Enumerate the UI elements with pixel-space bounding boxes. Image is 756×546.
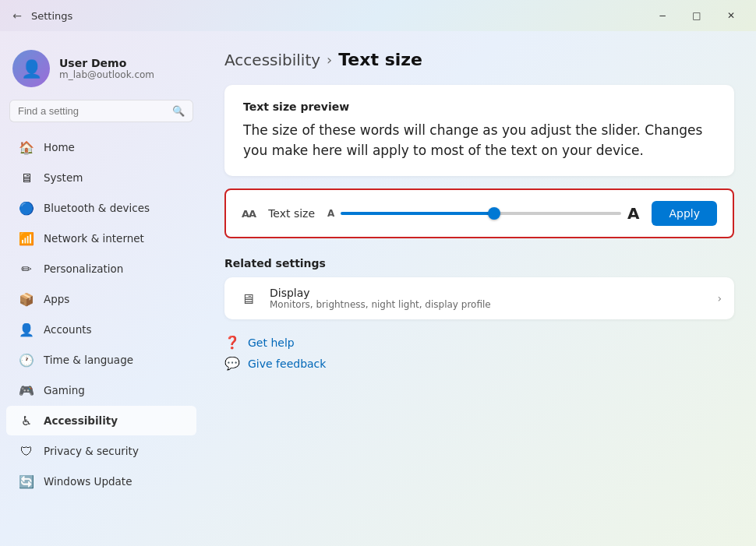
close-button[interactable]: ✕ xyxy=(715,3,747,28)
bluetooth-icon: 🔵 xyxy=(19,200,34,216)
sidebar-item-accessibility[interactable]: ♿ Accessibility xyxy=(6,406,196,435)
sidebar-item-accounts[interactable]: 👤 Accounts xyxy=(6,315,196,344)
sidebar-item-label: Accounts xyxy=(44,323,92,336)
sidebar-item-personalization[interactable]: ✏️ Personalization xyxy=(6,254,196,284)
personalization-icon: ✏️ xyxy=(19,261,34,277)
app-body: 👤 User Demo m_lab@outlook.com 🔍 🏠 Home 🖥… xyxy=(0,31,756,546)
help-links: ❓ Get help 💬 Give feedback xyxy=(224,335,734,371)
breadcrumb-current: Text size xyxy=(338,50,422,69)
windows-update-icon: 🔄 xyxy=(19,474,34,489)
preview-card: Text size preview The size of these word… xyxy=(224,85,734,176)
search-box[interactable]: 🔍 xyxy=(9,100,193,122)
breadcrumb-parent: Accessibility xyxy=(224,51,320,69)
accessibility-icon: ♿ xyxy=(19,413,34,428)
nav: 🏠 Home 🖥 System 🔵 Bluetooth & devices 📶 … xyxy=(0,132,203,497)
titlebar-title: Settings xyxy=(31,10,72,22)
system-icon: 🖥 xyxy=(19,170,34,185)
search-icon: 🔍 xyxy=(172,105,185,117)
chevron-right-icon: › xyxy=(717,292,722,305)
feedback-icon: 💬 xyxy=(224,356,240,371)
titlebar-left: ← Settings xyxy=(9,8,72,23)
display-name: Display xyxy=(270,287,706,299)
get-help-label: Get help xyxy=(248,336,295,349)
sidebar-item-gaming[interactable]: 🎮 Gaming xyxy=(6,375,196,405)
related-settings-title: Related settings xyxy=(224,257,734,269)
minimize-button[interactable]: − xyxy=(647,3,678,28)
search-input[interactable] xyxy=(18,105,166,117)
apply-button[interactable]: Apply xyxy=(652,201,717,226)
sidebar-item-label: Gaming xyxy=(44,384,85,396)
get-help-link[interactable]: ❓ Get help xyxy=(224,335,734,350)
sidebar-item-label: Accessibility xyxy=(44,414,118,427)
give-feedback-link[interactable]: 💬 Give feedback xyxy=(224,356,734,371)
privacy-icon: 🛡 xyxy=(19,443,34,459)
titlebar-controls: − □ ✕ xyxy=(647,3,747,28)
sidebar-item-label: Time & language xyxy=(44,354,133,366)
sidebar-item-network[interactable]: 📶 Network & internet xyxy=(6,224,196,253)
help-icon: ❓ xyxy=(224,335,240,350)
sidebar-item-system[interactable]: 🖥 System xyxy=(6,163,196,192)
display-icon: 🖥 xyxy=(237,287,259,309)
sidebar-item-label: Privacy & security xyxy=(44,445,139,457)
gaming-icon: 🎮 xyxy=(19,382,34,398)
sidebar-item-label: System xyxy=(44,171,83,184)
slider-wrapper: A A xyxy=(327,204,639,223)
breadcrumb-separator: › xyxy=(327,51,332,68)
sidebar-item-label: Apps xyxy=(44,293,69,305)
sidebar-item-privacy[interactable]: 🛡 Privacy & security xyxy=(6,436,196,466)
back-button[interactable]: ← xyxy=(9,8,25,23)
textsize-label: Text size xyxy=(268,207,315,220)
user-profile[interactable]: 👤 User Demo m_lab@outlook.com xyxy=(0,44,203,100)
titlebar: ← Settings − □ ✕ xyxy=(0,0,756,31)
related-settings-card: 🖥 Display Monitors, brightness, night li… xyxy=(224,277,734,319)
user-email: m_lab@outlook.com xyxy=(59,69,154,80)
content-area: Accessibility › Text size Text size prev… xyxy=(203,31,756,546)
sidebar-item-windows-update[interactable]: 🔄 Windows Update xyxy=(6,467,196,496)
home-icon: 🏠 xyxy=(19,139,34,155)
network-icon: 📶 xyxy=(19,231,34,246)
sidebar-item-time[interactable]: 🕐 Time & language xyxy=(6,345,196,375)
accounts-icon: 👤 xyxy=(19,322,34,337)
display-desc: Monitors, brightness, night light, displ… xyxy=(270,299,706,310)
textsize-control: AA Text size A A Apply xyxy=(224,188,734,238)
preview-title: Text size preview xyxy=(243,100,715,113)
maximize-button[interactable]: □ xyxy=(681,3,712,28)
sidebar-item-apps[interactable]: 📦 Apps xyxy=(6,284,196,314)
slider-min-label: A xyxy=(327,208,334,219)
display-text: Display Monitors, brightness, night ligh… xyxy=(270,287,706,310)
sidebar: 👤 User Demo m_lab@outlook.com 🔍 🏠 Home 🖥… xyxy=(0,31,203,546)
slider-max-label: A xyxy=(627,204,639,223)
user-info: User Demo m_lab@outlook.com xyxy=(59,57,154,80)
avatar: 👤 xyxy=(12,50,50,87)
breadcrumb: Accessibility › Text size xyxy=(224,50,734,69)
sidebar-item-label: Network & internet xyxy=(44,232,144,245)
sidebar-item-bluetooth[interactable]: 🔵 Bluetooth & devices xyxy=(6,193,196,223)
sidebar-item-home[interactable]: 🏠 Home xyxy=(6,132,196,162)
text-size-slider[interactable] xyxy=(341,212,621,215)
preview-text: The size of these words will change as y… xyxy=(243,121,715,160)
sidebar-item-label: Bluetooth & devices xyxy=(44,202,150,214)
user-name: User Demo xyxy=(59,57,154,69)
sidebar-item-label: Windows Update xyxy=(44,475,132,488)
textsize-small-icon: AA xyxy=(242,208,256,220)
sidebar-item-label: Personalization xyxy=(44,262,123,275)
give-feedback-label: Give feedback xyxy=(248,358,326,370)
sidebar-item-label: Home xyxy=(44,141,75,153)
avatar-icon: 👤 xyxy=(21,59,42,79)
time-icon: 🕐 xyxy=(19,352,34,368)
display-settings-item[interactable]: 🖥 Display Monitors, brightness, night li… xyxy=(224,277,734,319)
apps-icon: 📦 xyxy=(19,291,34,307)
